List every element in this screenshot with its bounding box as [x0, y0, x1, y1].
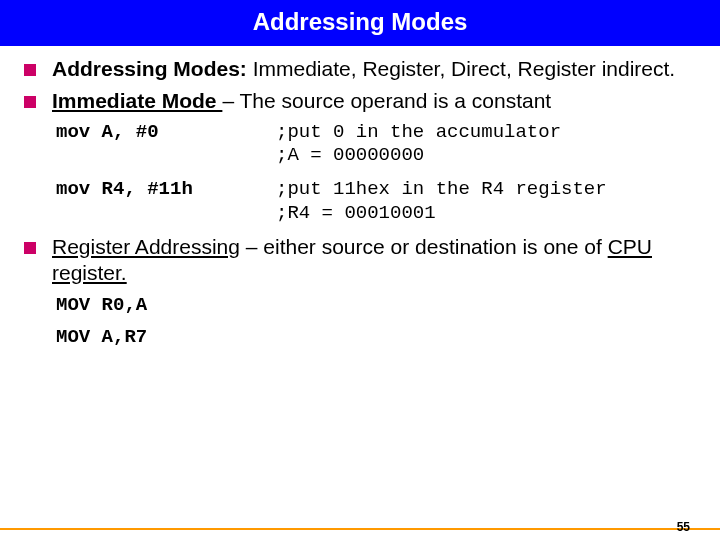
bullet-3-text: Register Addressing – either source or d… — [52, 234, 700, 287]
bullet-1-text: Addressing Modes: Immediate, Register, D… — [52, 56, 700, 82]
code-instr: mov R4, #11h — [56, 178, 276, 202]
code-row: ;A = 00000000 — [56, 144, 700, 168]
bullet-icon — [24, 96, 36, 108]
bullet-2-text: Immediate Mode – The source operand is a… — [52, 88, 700, 114]
code-comment: ;put 11hex in the R4 register — [276, 178, 700, 202]
bullet-icon — [24, 242, 36, 254]
slide-header: Addressing Modes — [0, 0, 720, 46]
bullet-2: Immediate Mode – The source operand is a… — [24, 88, 700, 114]
code-gap — [56, 168, 700, 178]
code-comment: ;A = 00000000 — [276, 144, 700, 168]
bullet-3: Register Addressing – either source or d… — [24, 234, 700, 287]
code-row: mov R4, #11h ;put 11hex in the R4 regist… — [56, 178, 700, 202]
bullet-2-rest: – The source operand is a constant — [222, 89, 551, 112]
page-number: 55 — [677, 520, 690, 534]
bullet-3-lead: Register Addressing — [52, 235, 240, 258]
code-comment: ;put 0 in the accumulator — [276, 121, 700, 145]
code-block-1: mov A, #0 ;put 0 in the accumulator ;A =… — [56, 121, 700, 226]
code-blank — [56, 202, 276, 226]
bullet-2-lead: Immediate Mode — [52, 89, 222, 112]
code-row: ;R4 = 00010001 — [56, 202, 700, 226]
slide-title: Addressing Modes — [253, 8, 468, 35]
bullet-1-rest: Immediate, Register, Direct, Register in… — [247, 57, 675, 80]
code-row: mov A, #0 ;put 0 in the accumulator — [56, 121, 700, 145]
code-blank — [56, 144, 276, 168]
bullet-1: Addressing Modes: Immediate, Register, D… — [24, 56, 700, 82]
example-2: MOV A,R7 — [56, 326, 700, 350]
example-1: MOV R0,A — [56, 294, 700, 318]
slide-content: Addressing Modes: Immediate, Register, D… — [0, 46, 720, 350]
bullet-3-rest: – either source or destination is one of — [240, 235, 608, 258]
code-comment: ;R4 = 00010001 — [276, 202, 700, 226]
code-instr: mov A, #0 — [56, 121, 276, 145]
bullet-1-lead: Addressing Modes: — [52, 57, 247, 80]
bullet-icon — [24, 64, 36, 76]
slide-footer: 55 — [0, 528, 720, 532]
